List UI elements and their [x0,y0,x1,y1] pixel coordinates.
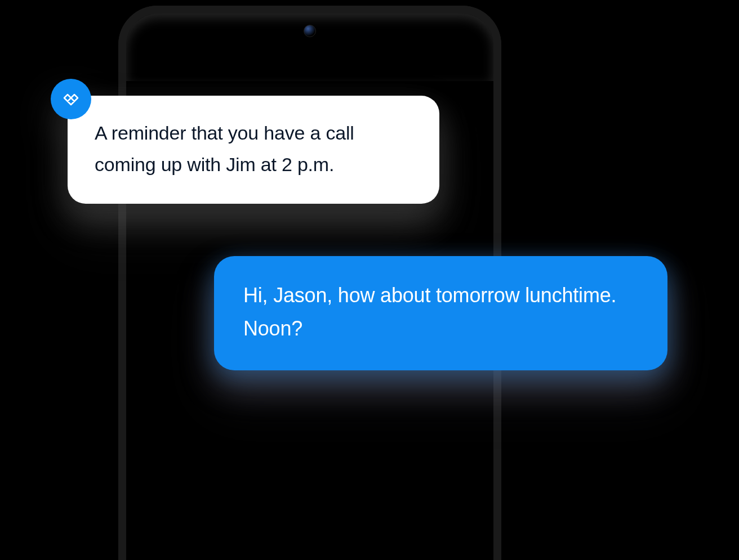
assistant-badge-icon [51,79,91,119]
chat-conversation: A reminder that you have a call coming u… [0,0,739,560]
user-reply-bubble[interactable]: Hi, Jason, how about tomorrow lunchtime.… [214,256,667,370]
assistant-message-text: A reminder that you have a call coming u… [95,117,415,180]
assistant-message-bubble[interactable]: A reminder that you have a call coming u… [68,96,439,204]
user-reply-text: Hi, Jason, how about tomorrow lunchtime.… [243,279,640,346]
